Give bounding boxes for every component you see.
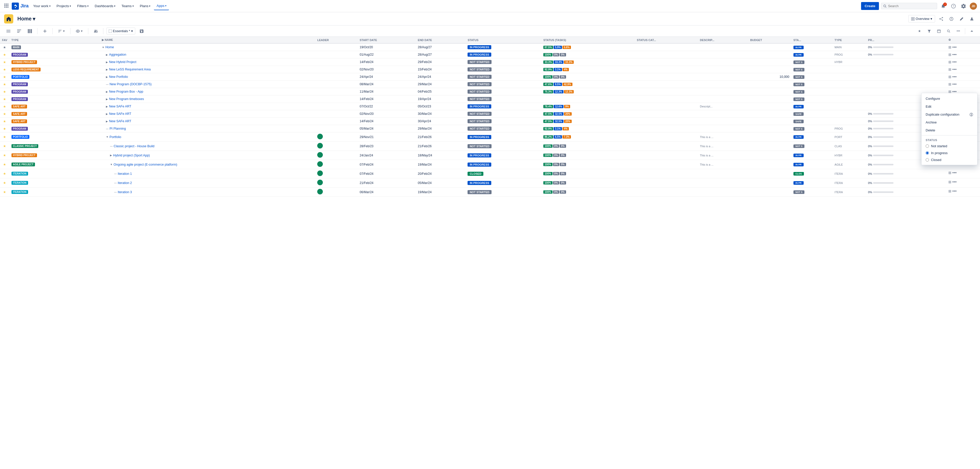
- more-button[interactable]: •••: [953, 180, 957, 184]
- grid-icon[interactable]: [3, 2, 10, 10]
- name-link[interactable]: Iteration 3: [118, 190, 132, 194]
- expand-icon[interactable]: ▶: [106, 113, 108, 115]
- share-button[interactable]: [937, 15, 945, 23]
- name-link[interactable]: Iteration 2: [118, 181, 132, 185]
- calendar-toolbar-button[interactable]: [935, 27, 943, 35]
- star-icon[interactable]: ★: [3, 90, 6, 94]
- nav-teams[interactable]: Teams ▾: [119, 2, 136, 10]
- settings-button[interactable]: [959, 2, 968, 10]
- more-button[interactable]: •••: [953, 189, 957, 193]
- name-link[interactable]: New Program (DOCBP-1575): [110, 83, 151, 86]
- sort-button[interactable]: ▾: [56, 27, 67, 35]
- star-icon[interactable]: ★: [3, 144, 6, 148]
- name-cell[interactable]: ▶New SAFe ART: [100, 118, 315, 125]
- more-button[interactable]: •••: [953, 60, 957, 64]
- menu-delete[interactable]: Delete: [921, 126, 977, 134]
- radio-closed[interactable]: Closed: [921, 156, 977, 163]
- star-icon[interactable]: ★: [3, 53, 6, 57]
- grid-action-icon[interactable]: ⊞: [948, 189, 951, 193]
- star-icon[interactable]: ★: [3, 119, 6, 123]
- name-link[interactable]: New SAFe ART: [109, 105, 131, 108]
- star-icon[interactable]: ★: [3, 83, 6, 86]
- overview-button[interactable]: Overview ▾: [908, 15, 935, 22]
- nav-projects[interactable]: Projects ▾: [54, 2, 74, 10]
- name-link[interactable]: Iteration 1: [118, 172, 132, 176]
- star-icon[interactable]: ★: [3, 190, 6, 194]
- home-icon[interactable]: [4, 14, 13, 24]
- name-cell[interactable]: ▶Aggregation: [100, 51, 315, 59]
- name-link[interactable]: New Program timeboxes: [109, 97, 144, 101]
- expand-icon[interactable]: ▶: [106, 68, 108, 71]
- name-link[interactable]: Portfolio: [110, 135, 121, 139]
- expand-icon[interactable]: ▶: [106, 105, 108, 108]
- header-settings[interactable]: ⚙: [946, 37, 980, 43]
- expand-icon[interactable]: ▶: [106, 61, 108, 64]
- name-link[interactable]: New Hybrid Project: [109, 60, 136, 64]
- name-link[interactable]: Aggregation: [109, 53, 126, 56]
- star-icon[interactable]: ★: [3, 127, 6, 130]
- search-toolbar-button[interactable]: [945, 27, 953, 35]
- star-icon[interactable]: ★: [3, 162, 6, 166]
- name-cell[interactable]: —PI Planning: [100, 125, 315, 132]
- collapse-toolbar-button[interactable]: [968, 27, 976, 35]
- star-icon[interactable]: ★: [3, 172, 6, 176]
- nav-plans[interactable]: Plans ▾: [137, 2, 153, 10]
- expand-icon[interactable]: ▶: [106, 76, 108, 78]
- user-avatar[interactable]: JD: [970, 3, 977, 10]
- hamburger-button[interactable]: [4, 27, 13, 35]
- star-icon[interactable]: ★: [3, 45, 6, 49]
- star-icon[interactable]: ★: [3, 75, 6, 79]
- save-button[interactable]: [137, 27, 146, 35]
- name-link[interactable]: Ongoing agile project (E-commerce platfo…: [114, 163, 177, 166]
- name-link[interactable]: New Portfolio: [109, 75, 128, 79]
- name-link[interactable]: PI Planning: [110, 127, 126, 130]
- expand-icon[interactable]: ▶: [110, 154, 112, 157]
- collapse-icon[interactable]: ▼: [102, 46, 104, 49]
- grid-action-icon[interactable]: ⊞: [948, 52, 951, 57]
- name-cell[interactable]: —Classic project - House Build: [100, 141, 315, 151]
- name-cell[interactable]: ▶New Program Box - App: [100, 88, 315, 95]
- nav-apps[interactable]: Apps ▾: [154, 2, 169, 10]
- user-button[interactable]: [968, 15, 976, 23]
- star-icon[interactable]: ★: [3, 181, 6, 185]
- name-link[interactable]: Hybrid project (Sport App): [113, 154, 150, 157]
- name-cell[interactable]: ▶New LeSS Requirement Area: [100, 66, 315, 73]
- star-icon[interactable]: ★: [3, 97, 6, 101]
- columns-button[interactable]: [25, 27, 34, 35]
- create-button[interactable]: Create: [861, 2, 879, 10]
- grid-action-icon[interactable]: ⊞: [948, 171, 951, 175]
- radio-in-progress[interactable]: In progress: [921, 149, 977, 156]
- collapse-icon[interactable]: ▼: [106, 135, 108, 138]
- grid-action-icon[interactable]: ⊞: [948, 67, 951, 72]
- name-link[interactable]: Home: [105, 45, 114, 49]
- search-box[interactable]: [881, 3, 937, 9]
- more-button[interactable]: •••: [953, 67, 957, 72]
- expand-icon[interactable]: ▶: [106, 98, 108, 100]
- header-name[interactable]: ▶ NAME: [100, 37, 315, 43]
- name-cell[interactable]: ▶New Portfolio: [100, 73, 315, 81]
- star-icon[interactable]: ★: [3, 112, 6, 116]
- collapse-icon[interactable]: ▼: [110, 163, 113, 166]
- name-cell[interactable]: —Iteration 3: [100, 188, 315, 197]
- name-cell[interactable]: ▶New Program timeboxes: [100, 95, 315, 103]
- name-cell[interactable]: ▶New Hybrid Project: [100, 59, 315, 66]
- name-cell[interactable]: ▶New SAFe ART: [100, 110, 315, 118]
- name-cell[interactable]: ▶Hybrid project (Sport App): [100, 151, 315, 160]
- people-button[interactable]: [91, 27, 100, 35]
- nav-filters[interactable]: Filters ▾: [75, 2, 91, 10]
- more-button[interactable]: •••: [953, 45, 957, 49]
- add-button[interactable]: [41, 27, 49, 35]
- name-cell[interactable]: ▶New SAFe ART: [100, 103, 315, 110]
- grid-action-icon[interactable]: ⊞: [948, 180, 951, 184]
- name-link[interactable]: New SAFe ART: [109, 112, 131, 116]
- name-cell[interactable]: ▼Ongoing agile project (E-commerce platf…: [100, 160, 315, 169]
- grid-action-icon[interactable]: ⊞: [948, 45, 951, 49]
- name-cell[interactable]: —Iteration 2: [100, 178, 315, 188]
- nav-logo[interactable]: Jira: [12, 3, 29, 10]
- notifications-button[interactable]: 7: [939, 2, 947, 10]
- name-cell[interactable]: —New Program (DOCBP-1575): [100, 81, 315, 88]
- radio-not-started[interactable]: Not started: [921, 143, 977, 149]
- filter-toolbar-button[interactable]: [925, 27, 933, 35]
- expand-icon[interactable]: ▶: [106, 53, 108, 56]
- name-cell[interactable]: ▼Portfolio: [100, 132, 315, 141]
